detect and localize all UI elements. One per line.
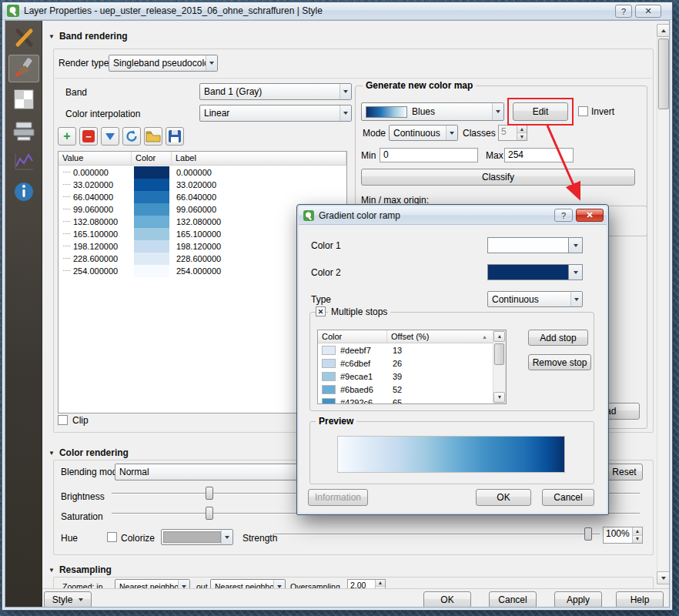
row-label: 0.000000	[172, 168, 346, 177]
stop-offset: 26	[387, 359, 402, 368]
row-color-swatch	[132, 253, 172, 265]
stop-color-cell: #9ecae1	[318, 372, 387, 381]
preview-label: Preview	[316, 416, 356, 427]
color2-swatch-button[interactable]	[487, 264, 569, 280]
remove-entry-button[interactable]: −	[79, 127, 98, 146]
remove-stop-button[interactable]: Remove stop	[528, 354, 591, 370]
style-menu-button[interactable]: Style	[44, 591, 92, 607]
stops-scroll-down-button[interactable]	[493, 392, 505, 403]
window-title: Layer Properties - uep_uster_release_201…	[24, 5, 323, 16]
dialog-cancel-button[interactable]: Cancel	[542, 489, 594, 506]
sort-indicator-icon: ▲	[482, 334, 487, 340]
load-color-map-button[interactable]	[122, 127, 141, 146]
stops-offset-header[interactable]: Offset (%) ▲	[387, 330, 506, 343]
stop-row[interactable]: #4292c665	[318, 396, 493, 404]
stops-table-header[interactable]: Color Offset (%) ▲	[318, 330, 506, 343]
window-titlebar[interactable]: Layer Properties - uep_uster_release_201…	[2, 2, 672, 20]
row-value: 228.600000	[59, 254, 132, 263]
scroll-down-button[interactable]	[657, 571, 669, 584]
stop-row[interactable]: #c6dbef26	[318, 357, 493, 370]
brightness-label: Brightness	[61, 491, 105, 502]
value-column-header[interactable]: Value	[59, 152, 132, 165]
type-value: Continuous	[492, 294, 539, 305]
render-type-select[interactable]: Singleband pseudocolor	[109, 55, 218, 72]
cancel-button[interactable]: Cancel	[489, 591, 537, 607]
stops-scroll-up-button[interactable]	[493, 331, 505, 342]
strength-slider[interactable]	[273, 527, 600, 541]
stop-row[interactable]: #deebf713	[318, 343, 493, 357]
color-ramp-select[interactable]: Blues	[361, 102, 504, 121]
dialog-help-button[interactable]: ?	[554, 209, 573, 222]
reset-button[interactable]: Reset	[606, 464, 643, 480]
stop-color-cell: #6baed6	[318, 385, 387, 394]
add-stop-button[interactable]: Add stop	[528, 330, 588, 346]
stop-row[interactable]: #9ecae139	[318, 370, 493, 383]
spinner-arrows[interactable]	[632, 527, 642, 543]
dialog-close-button[interactable]: ✕	[576, 209, 604, 222]
sidebar-item-general[interactable]	[8, 24, 39, 52]
mode-select[interactable]: Continuous	[389, 125, 458, 141]
table-row[interactable]: 0.0000000.000000	[59, 166, 346, 179]
dialog-ok-button[interactable]: OK	[476, 489, 531, 506]
type-select[interactable]: Continuous	[487, 291, 583, 307]
stops-offset-header-label: Offset (%)	[391, 332, 429, 341]
band-rendering-header[interactable]: ▼ Band rendering	[48, 31, 128, 42]
color2-dropdown-button[interactable]	[568, 264, 583, 280]
multiple-stops-checkbox[interactable]: ✕	[316, 306, 326, 316]
titlebar-close-button[interactable]: ✕	[635, 5, 661, 18]
saturation-slider-thumb[interactable]	[206, 507, 213, 520]
minus-icon: −	[82, 130, 95, 142]
table-row[interactable]: 66.04000066.040000	[59, 191, 346, 203]
resampling-header[interactable]: ▼ Resampling	[48, 564, 112, 575]
table-row[interactable]: 33.02000033.020000	[59, 179, 346, 191]
stops-color-header[interactable]: Color	[318, 330, 387, 343]
help-button[interactable]: Help	[616, 591, 664, 607]
sidebar-item-pyramids[interactable]	[8, 116, 39, 144]
row-color-swatch	[132, 179, 172, 191]
chevron-down-icon	[446, 126, 457, 140]
color-map-table-header[interactable]: Value Color Label	[59, 152, 346, 166]
apply-button[interactable]: Apply	[554, 591, 602, 607]
stop-row[interactable]: #6baed652	[318, 383, 493, 396]
scroll-up-button[interactable]	[657, 24, 669, 37]
color1-swatch-button[interactable]	[487, 237, 569, 253]
mode-value: Continuous	[393, 128, 440, 139]
spinner-arrows[interactable]	[517, 126, 527, 140]
row-value: 165.100000	[59, 229, 132, 239]
clip-label: Clip	[72, 415, 89, 426]
color1-dropdown-button[interactable]	[568, 237, 583, 253]
sidebar-item-transparency[interactable]	[8, 85, 39, 113]
color-column-header[interactable]: Color	[132, 152, 172, 165]
information-button[interactable]: Information	[308, 489, 368, 506]
add-entry-button[interactable]: +	[58, 127, 76, 146]
arrow-down-icon	[498, 396, 501, 399]
clip-checkbox[interactable]	[58, 415, 68, 425]
titlebar-help-button[interactable]: ?	[615, 5, 632, 18]
save-file-button[interactable]	[166, 127, 184, 146]
sort-entries-button[interactable]	[101, 127, 119, 146]
label-column-header[interactable]: Label	[172, 152, 346, 165]
sidebar-item-style[interactable]	[8, 55, 39, 82]
sidebar-item-metadata[interactable]	[8, 178, 39, 206]
classes-spinner[interactable]: 5	[498, 125, 527, 141]
color-rendering-header[interactable]: ▼ Color rendering	[48, 447, 129, 458]
sidebar-item-histogram[interactable]	[8, 147, 39, 175]
stops-table[interactable]: Color Offset (%) ▲ #deebf713 #c6dbef26 #…	[317, 330, 507, 404]
band-select[interactable]: Band 1 (Gray)	[199, 83, 352, 100]
classify-button[interactable]: Classify	[361, 169, 635, 186]
brightness-slider-thumb[interactable]	[206, 487, 213, 500]
colorize-color-button[interactable]	[161, 529, 233, 545]
row-color-swatch	[132, 240, 172, 253]
row-label: 66.040000	[172, 192, 346, 202]
open-file-button[interactable]	[144, 127, 162, 146]
invert-checkbox[interactable]	[578, 106, 588, 116]
colorize-checkbox[interactable]	[107, 532, 117, 542]
max-input[interactable]: 254	[504, 148, 574, 162]
stops-scrollbar-thumb[interactable]	[494, 343, 504, 365]
strength-slider-thumb[interactable]	[584, 527, 592, 541]
color-interpolation-select[interactable]: Linear	[199, 105, 352, 122]
ok-button[interactable]: OK	[423, 591, 471, 607]
scrollbar-thumb[interactable]	[658, 38, 669, 109]
min-input[interactable]: 0	[380, 148, 478, 162]
strength-spinner[interactable]: 100%	[603, 527, 643, 544]
